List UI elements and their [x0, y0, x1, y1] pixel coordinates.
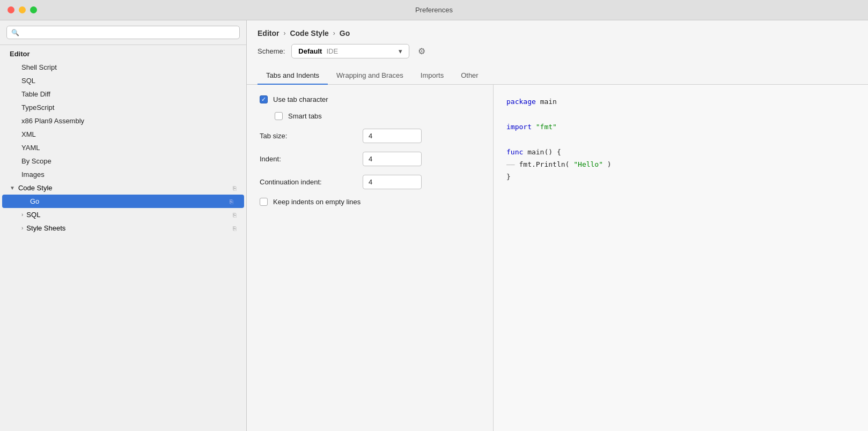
- copy-icon-go: ⎘: [230, 198, 233, 205]
- sidebar-label-go: Go: [30, 197, 39, 205]
- use-tab-character-label: Use tab character: [273, 95, 328, 103]
- sidebar-section-code-style[interactable]: ▼ Code Style ⎘: [2, 181, 244, 195]
- sidebar-item-yaml[interactable]: YAML: [2, 141, 244, 154]
- continuation-indent-input[interactable]: [363, 175, 422, 189]
- code-keyword-import: import: [506, 123, 532, 131]
- code-line-import: import "fmt": [506, 121, 855, 133]
- indent-row: Indent:: [260, 152, 480, 166]
- use-tab-character-checkbox[interactable]: [260, 95, 268, 103]
- code-line-blank-1: [506, 108, 855, 120]
- smart-tabs-label: Smart tabs: [288, 112, 322, 120]
- tab-wrapping-and-braces[interactable]: Wrapping and Braces: [328, 67, 412, 85]
- tab-other[interactable]: Other: [452, 67, 487, 85]
- code-line-func: func main() {: [506, 146, 855, 158]
- tab-size-row: Tab size:: [260, 129, 480, 143]
- editor-header-label: Editor: [10, 50, 30, 58]
- sidebar-item-x86-plan9[interactable]: x86 Plan9 Assembly: [2, 114, 244, 128]
- scheme-label: Scheme:: [258, 47, 285, 55]
- keep-indents-row: Keep indents on empty lines: [260, 198, 480, 206]
- indent-input[interactable]: [363, 152, 422, 166]
- close-button[interactable]: [8, 6, 14, 13]
- maximize-button[interactable]: [30, 6, 37, 13]
- sidebar-item-go[interactable]: Go ⎘: [2, 195, 244, 208]
- sidebar-label-sql: SQL: [21, 77, 35, 85]
- copy-icon-ss: ⎘: [233, 225, 237, 232]
- scheme-select[interactable]: Default IDE ▾: [291, 44, 409, 58]
- tab-tabs-and-indents[interactable]: Tabs and Indents: [258, 67, 328, 85]
- sidebar-label-code-style: Code Style: [18, 184, 53, 192]
- sidebar-list: Editor Shell Script SQL Table Diff TypeS…: [0, 45, 246, 431]
- titlebar: Preferences: [0, 0, 868, 20]
- settings-panel: Use tab character Smart tabs Tab size: I…: [247, 85, 494, 431]
- code-line-println: —— fmt.Println( "Hello" ): [506, 158, 855, 170]
- content: Editor › Code Style › Go Scheme: Default…: [247, 20, 868, 431]
- smart-tabs-row: Smart tabs: [260, 112, 480, 120]
- tab-content: Use tab character Smart tabs Tab size: I…: [247, 85, 868, 431]
- scheme-value-muted: IDE: [326, 47, 338, 55]
- sidebar-item-xml[interactable]: XML: [2, 128, 244, 141]
- tab-imports[interactable]: Imports: [412, 67, 452, 85]
- breadcrumb-sep-2: ›: [333, 29, 335, 37]
- copy-icon: ⎘: [233, 185, 237, 191]
- sidebar-item-editor-header: Editor: [2, 47, 244, 61]
- sidebar-label-images: Images: [21, 170, 45, 179]
- code-string-fmt: "fmt": [536, 123, 557, 131]
- indent-label: Indent:: [260, 155, 356, 163]
- code-preview: package main import "fmt" func main() { …: [494, 85, 868, 431]
- code-plain-main: main: [540, 98, 557, 106]
- search-input-wrap[interactable]: 🔍: [6, 26, 240, 39]
- keep-indents-label: Keep indents on empty lines: [273, 198, 361, 206]
- breadcrumb-code-style: Code Style: [290, 29, 328, 38]
- breadcrumb-editor: Editor: [258, 29, 279, 38]
- breadcrumb-go: Go: [340, 29, 350, 38]
- sidebar: 🔍 Editor Shell Script SQL Table Diff Typ…: [0, 20, 247, 431]
- code-tab-arrow: ——: [506, 160, 515, 168]
- tab-size-label: Tab size:: [260, 132, 356, 140]
- code-line-blank-2: [506, 133, 855, 145]
- sidebar-section-sql[interactable]: › SQL ⎘: [2, 208, 244, 221]
- sidebar-label-x86-plan9: x86 Plan9 Assembly: [21, 117, 84, 125]
- smart-tabs-checkbox[interactable]: [275, 112, 283, 120]
- breadcrumb: Editor › Code Style › Go: [247, 20, 868, 44]
- sidebar-label-yaml: YAML: [21, 144, 40, 152]
- sidebar-label-typescript: TypeScript: [21, 103, 54, 112]
- scheme-value-bold: Default: [298, 47, 322, 55]
- code-string-hello: "Hello": [573, 160, 603, 168]
- sidebar-item-typescript[interactable]: TypeScript: [2, 101, 244, 114]
- sidebar-label-shell-script: Shell Script: [21, 63, 57, 71]
- code-keyword-package: package: [506, 98, 536, 106]
- search-input[interactable]: [23, 28, 235, 36]
- code-plain-func-body: main() {: [527, 148, 561, 156]
- gear-button[interactable]: ⚙: [416, 44, 428, 58]
- window-controls: [8, 6, 37, 13]
- sidebar-label-style-sheets: Style Sheets: [26, 224, 65, 232]
- continuation-indent-label: Continuation indent:: [260, 178, 356, 186]
- code-line-1: package main: [506, 95, 855, 108]
- chevron-right-icon: ›: [21, 212, 23, 218]
- code-plain-brace-close: }: [506, 173, 511, 181]
- search-icon: 🔍: [11, 29, 19, 36]
- sidebar-item-sql[interactable]: SQL: [2, 74, 244, 87]
- sidebar-label-by-scope: By Scope: [21, 157, 52, 165]
- tabs-bar: Tabs and Indents Wrapping and Braces Imp…: [247, 67, 868, 85]
- copy-icon-sql: ⎘: [233, 212, 237, 218]
- sidebar-item-shell-script[interactable]: Shell Script: [2, 61, 244, 74]
- sidebar-label-table-diff: Table Diff: [21, 90, 50, 98]
- code-keyword-func: func: [506, 148, 523, 156]
- sidebar-item-by-scope[interactable]: By Scope: [2, 154, 244, 168]
- code-plain-println: fmt.Println(: [519, 160, 569, 168]
- continuation-indent-row: Continuation indent:: [260, 175, 480, 189]
- keep-indents-checkbox[interactable]: [260, 198, 268, 206]
- sidebar-section-style-sheets[interactable]: › Style Sheets ⎘: [2, 221, 244, 235]
- code-line-close: }: [506, 170, 855, 183]
- window-title: Preferences: [415, 6, 453, 14]
- sidebar-item-table-diff[interactable]: Table Diff: [2, 87, 244, 101]
- sidebar-label-xml: XML: [21, 130, 36, 138]
- sidebar-label-sql2: SQL: [26, 211, 40, 219]
- search-bar: 🔍: [0, 20, 246, 45]
- scheme-row: Scheme: Default IDE ▾ ⚙: [247, 44, 868, 67]
- tab-size-input[interactable]: [363, 129, 422, 143]
- minimize-button[interactable]: [19, 6, 26, 13]
- breadcrumb-sep-1: ›: [283, 29, 285, 37]
- sidebar-item-images[interactable]: Images: [2, 168, 244, 181]
